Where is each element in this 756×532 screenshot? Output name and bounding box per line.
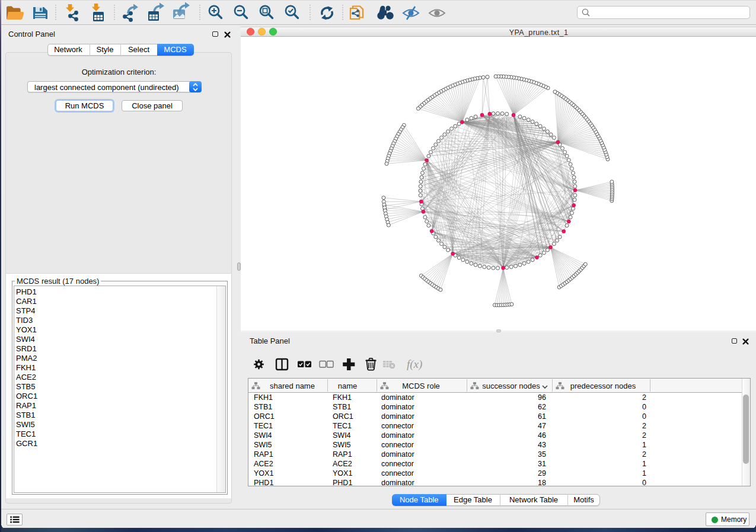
- svg-text:f(x): f(x): [407, 358, 422, 371]
